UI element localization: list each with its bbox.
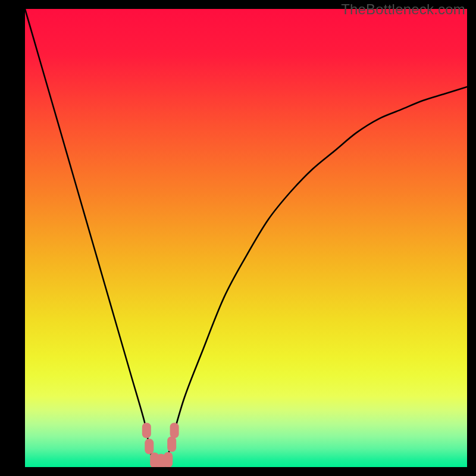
curve-marker (164, 452, 173, 467)
curve-marker (167, 437, 176, 452)
plot-area (25, 9, 467, 467)
curve-layer (25, 9, 467, 467)
curve-marker (170, 422, 179, 438)
curve-markers (142, 422, 179, 467)
bottleneck-curve (25, 9, 467, 467)
curve-marker (142, 422, 151, 438)
watermark-text: TheBottleneck.com (341, 1, 465, 18)
curve-marker (145, 439, 154, 454)
chart-frame: TheBottleneck.com (0, 0, 476, 476)
